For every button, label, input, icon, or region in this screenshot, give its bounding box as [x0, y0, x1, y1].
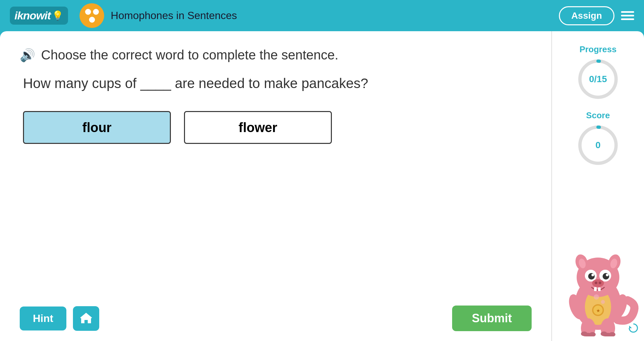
svg-point-18	[592, 279, 604, 287]
hamburger-line-3	[621, 18, 634, 20]
dots-container	[85, 9, 99, 23]
progress-section: Progress 0/15	[577, 44, 619, 101]
svg-point-14	[588, 273, 595, 280]
svg-point-17	[606, 274, 609, 276]
refresh-svg	[628, 322, 639, 334]
submit-button[interactable]: Submit	[452, 306, 532, 331]
hamburger-menu-icon[interactable]	[621, 11, 634, 20]
score-section: Score 0	[577, 110, 619, 167]
dot-2	[93, 9, 99, 15]
svg-point-33	[594, 294, 599, 300]
orange-circle	[80, 3, 104, 28]
svg-marker-38	[629, 326, 632, 328]
svg-point-20	[599, 282, 601, 284]
header-right: Assign	[559, 6, 634, 25]
question-text: How many cups of ____ are needed to make…	[23, 76, 532, 91]
score-ring: 0	[577, 124, 619, 167]
answer-option-flour[interactable]: flour	[23, 111, 171, 144]
hint-button[interactable]: Hint	[20, 307, 66, 330]
bulb-icon: 💡	[52, 10, 63, 21]
svg-point-16	[591, 274, 594, 276]
question-panel: 🔊 Choose the correct word to complete th…	[0, 31, 552, 341]
svg-point-15	[603, 273, 609, 280]
speaker-icon[interactable]: 🔊	[20, 48, 35, 62]
answer-option-flower[interactable]: flower	[184, 111, 332, 144]
sidebar: Progress 0/15 Score 0	[552, 31, 644, 341]
logo-text: iknowit	[14, 9, 51, 22]
svg-rect-21	[594, 287, 597, 291]
home-button[interactable]	[73, 306, 99, 331]
answer-options: flour flower	[23, 111, 532, 144]
progress-ring: 0/15	[577, 58, 619, 101]
progress-label: Progress	[580, 44, 617, 55]
hamburger-line-2	[621, 15, 634, 16]
score-value: 0	[595, 140, 601, 150]
header: iknowit 💡 Homophones in Sentences Assign	[0, 0, 644, 31]
refresh-icon[interactable]	[628, 322, 639, 336]
svg-rect-22	[598, 287, 601, 291]
svg-text:★: ★	[596, 308, 600, 313]
bottom-left: Hint	[20, 306, 99, 331]
score-label: Score	[586, 110, 610, 121]
dot-3	[89, 17, 95, 23]
instruction-text: Choose the correct word to complete the …	[41, 48, 338, 62]
instruction-row: 🔊 Choose the correct word to complete th…	[20, 48, 532, 62]
home-icon	[80, 312, 93, 325]
progress-value: 0/15	[589, 74, 607, 84]
lesson-title: Homophones in Sentences	[111, 10, 552, 22]
svg-point-34	[601, 300, 605, 304]
hamburger-line-1	[621, 11, 634, 13]
main-area: 🔊 Choose the correct word to complete th…	[0, 31, 644, 341]
bottom-bar: Hint Submit	[20, 306, 532, 331]
assign-button[interactable]: Assign	[559, 6, 614, 25]
dot-1	[85, 9, 91, 15]
svg-point-19	[595, 282, 597, 284]
logo-container: iknowit 💡	[10, 7, 68, 25]
logo-box: iknowit 💡	[10, 7, 68, 25]
